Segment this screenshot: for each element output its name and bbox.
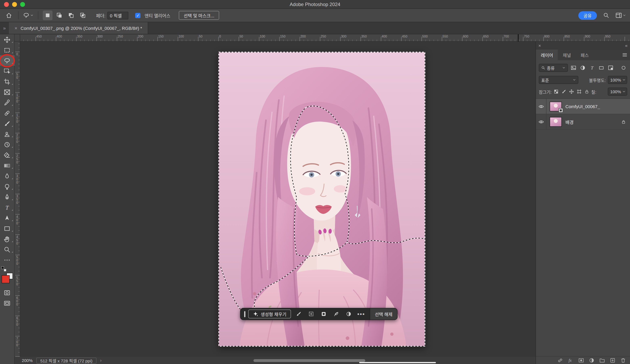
taskbar-drag-handle[interactable]: [244, 311, 246, 317]
filter-kind-dropdown[interactable]: 종류: [539, 64, 568, 72]
fullscreen-window-button[interactable]: [20, 2, 25, 7]
link-layers-button[interactable]: [556, 357, 564, 364]
brush-selection-button[interactable]: [294, 309, 304, 319]
lock-position-button[interactable]: [568, 88, 575, 95]
history-brush-tool[interactable]: [0, 139, 14, 150]
rectangular-marquee-tool[interactable]: [0, 45, 14, 55]
selection-mode-add-button[interactable]: [54, 10, 64, 20]
default-colors-icon[interactable]: [1, 266, 6, 272]
visibility-toggle[interactable]: [536, 114, 546, 129]
search-button[interactable]: [601, 10, 611, 20]
color-swatches[interactable]: [0, 266, 14, 287]
brush-tool[interactable]: [0, 118, 14, 129]
layer-row-background[interactable]: 배경: [536, 114, 630, 130]
foreground-color-swatch[interactable]: [2, 275, 10, 283]
feather-input[interactable]: 0 픽셀: [108, 12, 128, 19]
selection-mode-new-button[interactable]: [43, 10, 52, 20]
layer-name[interactable]: ComfyUI_00067_: [566, 104, 600, 109]
lasso-tool[interactable]: [0, 55, 14, 66]
select-and-mask-button[interactable]: 선택 및 마스크...: [179, 11, 219, 20]
create-mask-button[interactable]: [319, 309, 328, 319]
current-tool-preset-button[interactable]: [23, 10, 34, 20]
panel-close-icon[interactable]: ×: [538, 43, 541, 48]
filter-pixel-layers-button[interactable]: [570, 64, 577, 72]
ruler-corner[interactable]: [14, 34, 20, 42]
tab-layers[interactable]: 레이어: [536, 50, 558, 60]
tab-close-icon[interactable]: ×: [14, 25, 17, 31]
panel-collapse-icon[interactable]: «: [625, 43, 628, 48]
fill-select[interactable]: 100%: [608, 88, 627, 96]
opacity-select[interactable]: 100%: [608, 76, 627, 84]
more-tools-button[interactable]: [0, 255, 14, 265]
zoom-level[interactable]: 200%: [22, 358, 33, 363]
object-selection-tool[interactable]: [0, 66, 14, 76]
eraser-tool[interactable]: [0, 150, 14, 160]
generative-fill-button[interactable]: 생성형 채우기: [248, 310, 291, 318]
dodge-tool[interactable]: [0, 181, 14, 192]
rectangle-tool[interactable]: [0, 223, 14, 234]
layer-style-button[interactable]: fx: [567, 357, 574, 364]
tab-channels[interactable]: 채널: [558, 50, 576, 60]
horizontal-ruler[interactable]: 4504003503002502001501005005010015020025…: [14, 34, 630, 42]
filter-smart-objects-button[interactable]: [606, 64, 614, 72]
invert-selection-button[interactable]: [344, 309, 354, 319]
status-chevron-icon[interactable]: ›: [100, 358, 102, 363]
lock-pixels-button[interactable]: [560, 88, 567, 95]
modify-selection-button[interactable]: [306, 309, 316, 319]
panel-menu-button[interactable]: [620, 50, 630, 60]
type-tool[interactable]: T: [0, 202, 14, 213]
selection-mode-subtract-button[interactable]: [66, 10, 76, 20]
path-selection-tool[interactable]: [0, 213, 14, 223]
workspace-switcher-button[interactable]: [616, 10, 626, 20]
new-group-button[interactable]: [598, 357, 606, 364]
eyedropper-tool[interactable]: [0, 97, 14, 108]
filter-type-layers-button[interactable]: T: [588, 64, 596, 72]
layer-row-comfyui[interactable]: ComfyUI_00067_: [536, 99, 630, 114]
more-options-button[interactable]: ●●●: [356, 309, 366, 319]
share-button[interactable]: 공유: [578, 11, 597, 20]
quick-mask-button[interactable]: [0, 287, 14, 298]
visibility-toggle[interactable]: [536, 99, 546, 114]
hand-tool[interactable]: [0, 234, 14, 244]
clone-stamp-tool[interactable]: [0, 129, 14, 139]
blend-mode-select[interactable]: 표준: [539, 76, 578, 84]
lock-all-button[interactable]: [584, 88, 590, 95]
new-adjustment-layer-button[interactable]: [588, 357, 595, 364]
move-tool[interactable]: [0, 34, 14, 45]
spot-healing-tool[interactable]: [0, 108, 14, 118]
gradient-tool[interactable]: [0, 160, 14, 171]
document-canvas[interactable]: [218, 52, 426, 347]
tab-overflow-chevrons[interactable]: »: [0, 22, 9, 34]
frame-tool[interactable]: [0, 87, 14, 97]
antialias-checkbox[interactable]: ✓: [136, 13, 141, 18]
vertical-ruler[interactable]: 0501001502002503003504004505005506006507…: [14, 42, 20, 357]
horizontal-scrollbar[interactable]: [254, 359, 365, 362]
pen-tool[interactable]: [0, 192, 14, 202]
canvas-area[interactable]: 생성형 채우기 ●●● 선택 해제: [20, 42, 536, 357]
lock-artboard-button[interactable]: [576, 88, 582, 95]
document-tab[interactable]: × ComfyUI_00307_.png @ 200% (ComfyUI_000…: [9, 22, 148, 34]
filter-adjustment-layers-button[interactable]: [579, 64, 586, 72]
add-layer-mask-button[interactable]: [578, 357, 584, 364]
lock-transparency-button[interactable]: [553, 88, 559, 95]
deselect-button[interactable]: 선택 해제: [370, 308, 397, 320]
filter-shape-layers-button[interactable]: [597, 64, 605, 72]
minimize-window-button[interactable]: [12, 2, 17, 7]
zoom-tool[interactable]: [0, 244, 14, 255]
home-button[interactable]: [4, 10, 14, 20]
close-window-button[interactable]: [4, 2, 9, 7]
document-info[interactable]: 512 픽셀 x 728 픽셀 (72 ppi): [36, 357, 96, 364]
checkerboard-icon: [554, 89, 558, 94]
layer-name[interactable]: 배경: [566, 118, 574, 125]
selection-mode-intersect-button[interactable]: [78, 10, 88, 20]
screen-mode-button[interactable]: [0, 298, 14, 308]
delete-layer-button[interactable]: [620, 357, 626, 364]
layer-thumbnail[interactable]: [550, 102, 562, 111]
blur-tool[interactable]: [0, 171, 14, 181]
crop-tool[interactable]: [0, 76, 14, 87]
new-layer-button[interactable]: [609, 357, 616, 364]
filter-toggle-button[interactable]: [620, 64, 627, 72]
layer-thumbnail[interactable]: [550, 117, 562, 126]
tab-paths[interactable]: 패스: [576, 50, 594, 60]
feather-selection-button[interactable]: [331, 309, 341, 319]
